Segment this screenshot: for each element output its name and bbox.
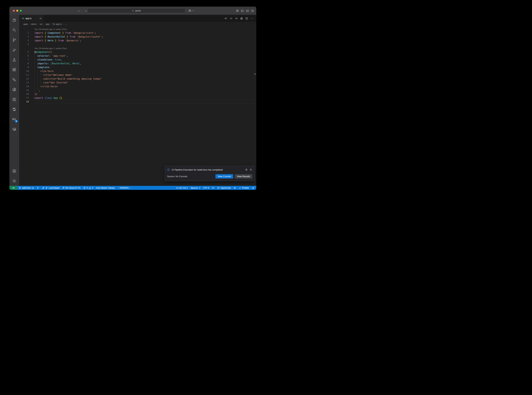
view-results-button[interactable]: View Results [235, 174, 252, 179]
status-vim-mode[interactable]: -- NORMAL -- [116, 186, 133, 190]
overview-ruler[interactable] [254, 26, 256, 186]
status-problems[interactable]: 00 [82, 186, 95, 190]
sidebar-item-extensions[interactable] [9, 65, 19, 75]
view-commit-button[interactable]: View Commit [215, 174, 233, 179]
notification-source: Source: Nx Console [167, 175, 187, 178]
code-line-15[interactable]: 15 `, [19, 88, 256, 92]
navigate-forward-change-icon[interactable] [235, 17, 238, 20]
toggle-secondary-sidebar-icon[interactable] [251, 9, 254, 12]
code-line-2[interactable]: 2import { RouterOutlet } from '@angular/… [19, 35, 256, 38]
status-launchpad[interactable]: Launchpad [41, 186, 61, 190]
close-tab-icon[interactable] [39, 17, 42, 20]
braces-icon: {} [217, 187, 220, 189]
sidebar-item-source-control[interactable] [9, 35, 19, 45]
code-line-1[interactable]: 1import { Component } from '@angular/cor… [19, 31, 256, 35]
toggle-primary-sidebar-icon[interactable] [241, 9, 244, 12]
remote-indicator[interactable]: >< [9, 186, 17, 190]
code-line-8[interactable]: 8 imports: [RouterOutlet, Hero], [19, 61, 256, 65]
status-eol[interactable]: LF [210, 186, 216, 190]
sidebar-item-project-structure[interactable] [9, 75, 19, 84]
code-line-11[interactable]: 11 title="Welcmoe demo" [19, 73, 256, 77]
nx-graph-focus-icon[interactable] [240, 17, 243, 20]
status-encoding[interactable]: UTF-8 [202, 186, 210, 190]
line-content: import { Hero } from '@acme/ui'; [34, 38, 256, 42]
notification-close-icon[interactable] [249, 168, 252, 171]
code-line-18[interactable]: 18 [19, 100, 256, 104]
breadcrumb-item[interactable]: src [40, 23, 43, 25]
linked-boxes-icon [12, 77, 16, 82]
status-auto-attach[interactable]: Auto Attach: Always [95, 186, 116, 190]
copilot-menu[interactable] [188, 7, 194, 15]
breadcrumb-item[interactable]: demo [31, 23, 37, 25]
code-line-6[interactable]: 6 selector: 'app-root', [19, 54, 256, 58]
sidebar-item-search[interactable] [9, 25, 19, 35]
code-line-16[interactable]: 16}) [19, 92, 256, 96]
status-eol-label: LF [212, 187, 215, 189]
notification-title: CI Pipeline Execution for #add-hero has … [172, 169, 243, 171]
line-number: 8 [19, 61, 29, 65]
minimize-window-button[interactable] [16, 10, 18, 12]
sidebar-item-nx-graph-search[interactable] [9, 94, 19, 104]
code-editor[interactable]: You, 26 minutes ago | 1 author (You)1imp… [19, 26, 256, 186]
sidebar-item-settings[interactable] [9, 176, 19, 186]
git-blame-annotation: You, 26 minutes ago | 1 author (You) [19, 27, 256, 31]
customize-layout-icon[interactable] [236, 9, 239, 12]
code-line-13[interactable]: 13 cta="Get Started" [19, 81, 256, 84]
line-number: 4 [19, 42, 29, 46]
code-line-4[interactable]: 4 [19, 42, 256, 46]
git-branch-icon [45, 187, 48, 189]
status-language-mode[interactable]: {}TypeScript [216, 186, 232, 190]
breadcrumb-item[interactable]: apps [23, 23, 28, 25]
status-indentation[interactable]: Spaces: 2 [189, 186, 202, 190]
code-line-7[interactable]: 7 standalone: true, [19, 58, 256, 61]
code-line-14[interactable]: 14 ></lib-hero> [19, 84, 256, 88]
breadcrumb-item[interactable]: app [46, 23, 49, 25]
files-icon [12, 18, 16, 22]
breadcrumb-separator: › [63, 23, 64, 25]
tab-app-ts[interactable]: TS app.ts [19, 15, 43, 22]
status-cursor-position[interactable]: Ln 18, Col 1 [175, 186, 189, 190]
status-source-control-graph[interactable] [35, 186, 41, 190]
notification-settings-icon[interactable] [245, 168, 248, 171]
sidebar-item-nx-project-graph[interactable] [9, 84, 19, 94]
toggle-panel-icon[interactable] [246, 9, 249, 12]
code-line-17[interactable]: 17export class App {} [19, 96, 256, 100]
code-line-12[interactable]: 12 subtitle="Build something amazing tod… [19, 77, 256, 81]
command-center-search[interactable]: acme [87, 8, 185, 13]
status-auto-attach-label: Auto Attach: Always [96, 187, 115, 189]
sidebar-item-explorer[interactable] [9, 15, 19, 25]
sidebar-item-nx-console[interactable]: N2 [9, 114, 19, 124]
breadcrumb-separator: › [51, 23, 51, 25]
sidebar-item-containers[interactable] [9, 124, 19, 134]
sidebar-item-run-and-debug[interactable] [9, 45, 19, 55]
status-nx-cloud-ai-fix[interactable]: Nx Cloud AI Fix [61, 186, 82, 190]
zoom-window-button[interactable] [20, 10, 22, 12]
code-line-9[interactable]: 9 template: ` [19, 65, 256, 69]
breadcrumb: apps›demo›src›app›TSapp.ts›… [19, 22, 256, 26]
code-line-10[interactable]: 10 <lib-hero [19, 69, 256, 73]
sidebar-item-accounts[interactable] [9, 166, 19, 176]
history-back-button[interactable]: ← [77, 9, 81, 12]
status-notifications-bell[interactable] [250, 186, 256, 190]
line-number: 17 [19, 96, 29, 100]
info-icon [167, 168, 170, 171]
status-git-branch-status[interactable]: add-hero [17, 186, 35, 190]
copilot-icon [233, 187, 236, 189]
more-actions-icon[interactable] [251, 17, 253, 20]
sidebar-item-testing[interactable] [9, 55, 19, 65]
split-editor-icon[interactable] [245, 17, 248, 20]
sidebar-item-browser-tools[interactable] [9, 104, 19, 114]
status-copilot-status[interactable] [232, 186, 237, 190]
open-change-icon[interactable] [230, 17, 232, 20]
breadcrumb-item[interactable]: … [65, 23, 67, 25]
history-forward-button[interactable]: → [84, 9, 87, 12]
code-line-3[interactable]: 3import { Hero } from '@acme/ui'; [19, 38, 256, 42]
navigate-back-change-icon[interactable] [225, 17, 227, 20]
line-number: 2 [19, 35, 29, 38]
line-number: 13 [19, 81, 29, 84]
close-window-button[interactable] [13, 10, 15, 12]
line-content: import { RouterOutlet } from '@angular/r… [34, 35, 256, 38]
code-line-5[interactable]: 5@Component({ [19, 50, 256, 54]
breadcrumb-item[interactable]: TSapp.ts [53, 23, 62, 25]
status-prettier[interactable]: Prettier [237, 186, 250, 190]
